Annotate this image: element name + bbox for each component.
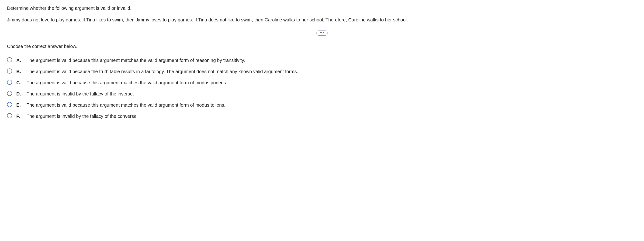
radio-b[interactable] <box>7 68 12 74</box>
options-list: A. The argument is valid because this ar… <box>7 57 637 120</box>
option-text: The argument is valid because this argum… <box>26 79 637 86</box>
radio-f[interactable] <box>7 113 12 118</box>
divider-line-right <box>328 33 637 33</box>
option-letter: B. <box>16 68 22 75</box>
option-a: A. The argument is valid because this ar… <box>7 57 637 64</box>
option-text: The argument is valid because the truth … <box>26 68 637 75</box>
option-text: The argument is valid because this argum… <box>26 102 637 108</box>
question-stem: Determine whether the following argument… <box>7 5 637 12</box>
option-letter: A. <box>16 57 22 64</box>
option-text: The argument is invalid by the fallacy o… <box>26 113 637 120</box>
option-letter: E. <box>16 102 22 108</box>
radio-e[interactable] <box>7 102 12 107</box>
option-letter: F. <box>16 113 22 120</box>
option-c: C. The argument is valid because this ar… <box>7 79 637 86</box>
option-b: B. The argument is valid because the tru… <box>7 68 637 75</box>
ellipsis-icon: ••• <box>320 31 324 34</box>
expand-toggle[interactable]: ••• <box>316 30 328 36</box>
radio-d[interactable] <box>7 91 12 96</box>
option-letter: D. <box>16 90 22 97</box>
option-letter: C. <box>16 79 22 86</box>
question-body: Jimmy does not love to play games. If Ti… <box>7 16 637 23</box>
option-text: The argument is valid because this argum… <box>26 57 637 64</box>
option-text: The argument is invalid by the fallacy o… <box>26 90 637 97</box>
option-f: F. The argument is invalid by the fallac… <box>7 113 637 120</box>
section-divider: ••• <box>7 30 637 36</box>
option-d: D. The argument is invalid by the fallac… <box>7 90 637 97</box>
answer-prompt: Choose the correct answer below. <box>7 43 637 50</box>
option-e: E. The argument is valid because this ar… <box>7 102 637 108</box>
radio-a[interactable] <box>7 57 12 62</box>
divider-line-left <box>7 33 316 33</box>
radio-c[interactable] <box>7 80 12 85</box>
